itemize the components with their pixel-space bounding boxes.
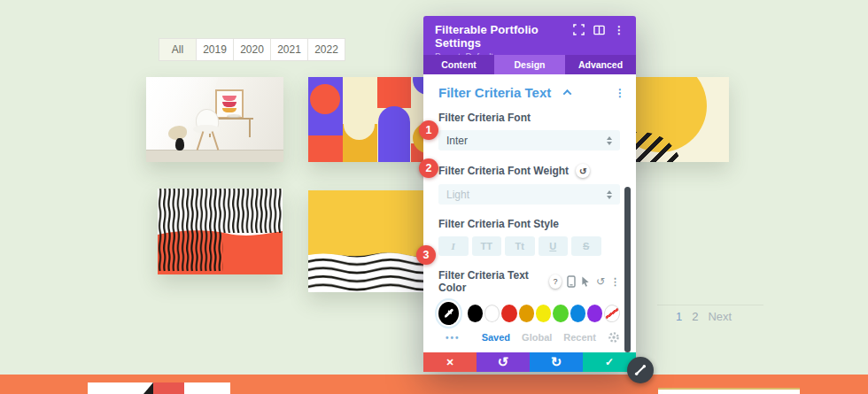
responsive-phone-icon[interactable] [567, 275, 576, 288]
font-weight-value: Light [446, 189, 607, 201]
select-arrows-icon [607, 136, 612, 145]
font-weight-select[interactable]: Light [438, 184, 620, 205]
modal-body: Filter Criteria Text ⋮ Filter Criteria F… [423, 74, 636, 352]
swatch-black[interactable] [468, 305, 483, 322]
filter-tab-2020[interactable]: 2020 [233, 38, 271, 61]
filter-tab-all[interactable]: All [159, 38, 197, 61]
italic-button[interactable]: I [438, 236, 469, 256]
pagination-page-1[interactable]: 1 [676, 310, 682, 323]
uppercase-button[interactable]: TT [472, 236, 502, 256]
section-title-filter-criteria-text[interactable]: Filter Criteria Text [438, 85, 564, 100]
swatch-orange[interactable] [519, 305, 534, 322]
portfolio-item-wavy-lines-orange[interactable] [158, 189, 283, 274]
swatch-purple[interactable] [587, 305, 602, 322]
annotation-badge-2: 2 [419, 158, 438, 178]
floor [146, 150, 283, 162]
font-select[interactable]: Inter [438, 130, 620, 151]
reset-color-icon[interactable]: ↺ [596, 275, 605, 288]
modal-title: Filterable Portfolio Settings [435, 23, 573, 50]
modal-footer: ✕ ↺ ↻ ✓ [423, 352, 636, 372]
undo-button[interactable]: ↺ [477, 352, 530, 372]
swatch-red[interactable] [501, 305, 516, 322]
partial-card [658, 388, 800, 394]
modal-header[interactable]: Filterable Portfolio Settings ⋮ Preset: … [423, 16, 636, 55]
filterable-portfolio-settings-modal: Filterable Portfolio Settings ⋮ Preset: … [423, 16, 636, 372]
color-swatches [438, 302, 620, 325]
swatch-none[interactable] [603, 304, 621, 323]
pagination-page-2[interactable]: 2 [692, 310, 698, 323]
section-menu-icon[interactable]: ⋮ [615, 87, 625, 99]
select-arrows-icon [607, 190, 612, 199]
portfolio-item-interior-photo[interactable] [146, 77, 283, 162]
swatch-blue[interactable] [570, 305, 585, 322]
expand-modal-icon[interactable] [573, 24, 585, 35]
snap-panel-icon[interactable] [593, 25, 605, 35]
font-label: Filter Criteria Font [438, 112, 620, 124]
hover-cursor-icon[interactable] [581, 276, 591, 288]
swatch-yellow[interactable] [536, 305, 551, 322]
diagonal-resize-icon [629, 359, 652, 382]
swatch-green[interactable] [553, 305, 568, 322]
filter-tab-2019[interactable]: 2019 [196, 38, 234, 61]
modal-resize-handle[interactable] [627, 357, 654, 383]
saved-colors-tab[interactable]: Saved [482, 332, 510, 343]
modal-tab-bar: Content Design Advanced [423, 55, 636, 74]
pagination-next[interactable]: Next [708, 310, 732, 323]
modal-menu-icon[interactable]: ⋮ [614, 25, 624, 35]
tab-content[interactable]: Content [423, 55, 494, 74]
partial-red-shape [153, 382, 184, 394]
collapse-section-icon[interactable] [563, 89, 572, 98]
current-color-swatch[interactable] [438, 302, 459, 325]
partial-card [184, 382, 230, 394]
color-settings-gear-icon[interactable] [608, 331, 620, 344]
portfolio-filter-bar: All 2019 2020 2021 2022 [159, 38, 345, 61]
next-section-strip [0, 375, 868, 394]
wavy-lines-art [158, 189, 283, 274]
tab-advanced[interactable]: Advanced [565, 55, 636, 74]
text-color-label: Filter Criteria Text Color [438, 269, 542, 294]
global-colors-tab[interactable]: Global [522, 332, 552, 343]
annotation-badge-1: 1 [419, 120, 438, 140]
eyedropper-icon [443, 308, 454, 320]
more-swatches-button[interactable]: ••• [446, 333, 461, 343]
partial-black-shape [143, 382, 153, 394]
capitalize-button[interactable]: Tt [505, 236, 535, 256]
help-icon[interactable]: ? [549, 274, 562, 289]
cancel-button[interactable]: ✕ [423, 352, 477, 372]
vase [175, 138, 184, 150]
filter-tab-2021[interactable]: 2021 [270, 38, 308, 61]
color-options-menu-icon[interactable]: ⋮ [610, 276, 620, 288]
annotation-badge-3: 3 [416, 245, 436, 265]
recent-colors-tab[interactable]: Recent [563, 332, 596, 343]
swatch-white[interactable] [484, 305, 500, 322]
filter-tab-2022[interactable]: 2022 [307, 38, 345, 61]
modal-scrollbar[interactable] [624, 187, 631, 352]
font-value: Inter [446, 135, 607, 147]
font-weight-label: Filter Criteria Font Weight ↺ [438, 164, 620, 178]
pagination: 1 2 Next [676, 310, 732, 323]
reset-font-weight-icon[interactable]: ↺ [576, 164, 590, 178]
redo-button[interactable]: ↻ [530, 352, 583, 372]
tab-design[interactable]: Design [494, 55, 565, 74]
strikethrough-button[interactable]: S [571, 236, 601, 256]
underline-button[interactable]: U [539, 236, 569, 256]
font-style-label: Filter Criteria Font Style [438, 218, 620, 230]
pagination-divider [657, 305, 763, 305]
